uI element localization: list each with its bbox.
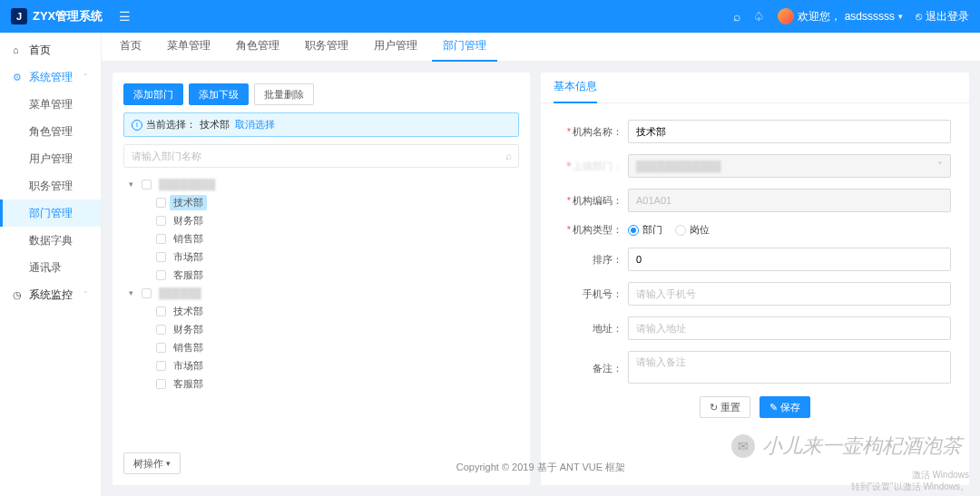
detail-tab-basic[interactable]: 基本信息 — [554, 73, 597, 103]
tree-item-label[interactable]: 技术部 — [170, 304, 207, 319]
tree-item-label[interactable]: 客服部 — [170, 376, 207, 392]
tree-item[interactable]: 销售部 — [123, 338, 519, 356]
sidebar-item-role[interactable]: 角色管理 — [0, 118, 101, 145]
sidebar-group-system[interactable]: ⚙ 系统管理 ˄ — [0, 63, 101, 91]
sidebar-item-label: 首页 — [29, 43, 51, 58]
label-org-type: *机构类型： — [559, 223, 622, 237]
save-button[interactable]: ✎保存 — [760, 396, 810, 418]
tree-checkbox[interactable] — [156, 379, 166, 389]
search-input[interactable] — [123, 144, 519, 168]
bell-icon[interactable]: ♤ — [753, 9, 765, 24]
tree-item[interactable]: 市场部 — [123, 356, 519, 374]
tab-role[interactable]: 角色管理 — [225, 33, 290, 62]
caret-down-icon[interactable]: ▾ — [129, 288, 138, 297]
tree-checkbox[interactable] — [156, 306, 166, 316]
sidebar-item-home[interactable]: ⌂ 首页 — [0, 36, 101, 63]
caret-down-icon[interactable]: ▾ — [129, 180, 138, 189]
radio-dept[interactable]: 部门 — [628, 223, 662, 237]
sidebar-item-label: 角色管理 — [29, 124, 73, 140]
tree-item[interactable]: 客服部 — [123, 266, 519, 284]
address-field[interactable] — [628, 316, 951, 340]
parent-select[interactable]: ████████████ ˅ — [628, 154, 951, 178]
tree-item[interactable]: 技术部 — [123, 193, 519, 211]
tree-checkbox[interactable] — [156, 325, 166, 335]
sidebar-item-label: 数据字典 — [29, 233, 73, 248]
activate-line2: 转到"设置"以激活 Windows。 — [851, 481, 969, 492]
sidebar-group-monitor[interactable]: ◷ 系统监控 ˅ — [0, 281, 101, 308]
tree-item[interactable]: 技术部 — [123, 302, 519, 320]
chevron-down-icon: ˅ — [937, 160, 943, 172]
tab-dept[interactable]: 部门管理 — [432, 33, 497, 62]
sort-field[interactable] — [628, 248, 951, 271]
tree-item-label[interactable]: 销售部 — [170, 231, 207, 247]
tree-checkbox[interactable] — [156, 270, 166, 280]
dept-form: *机构名称： *上级部门： ████████████ ˅ *机 — [541, 103, 969, 427]
sidebar-item-label: 通讯录 — [29, 260, 62, 276]
remark-field[interactable] — [628, 351, 951, 384]
tree-checkbox[interactable] — [156, 361, 166, 371]
sidebar-item-dept[interactable]: 部门管理 — [0, 199, 101, 227]
sidebar-item-menu[interactable]: 菜单管理 — [0, 91, 101, 118]
sidebar-item-label: 用户管理 — [29, 151, 73, 167]
batch-delete-button[interactable]: 批量删除 — [254, 83, 314, 105]
tree-checkbox[interactable] — [142, 288, 152, 298]
tree-item-label[interactable]: 技术部 — [170, 195, 207, 210]
reset-button[interactable]: ↻重置 — [700, 396, 750, 418]
footer-copyright: Copyright © 2019 基于 ANT VUE 框架 — [102, 461, 980, 474]
tree-item[interactable]: 财务部 — [123, 320, 519, 338]
tree-item[interactable]: 市场部 — [123, 248, 519, 266]
tree-checkbox[interactable] — [156, 343, 166, 353]
tree-root-label[interactable]: ████████ — [155, 178, 219, 190]
tree-item-label[interactable]: 财务部 — [170, 322, 207, 337]
radio-position[interactable]: 岗位 — [675, 223, 710, 237]
app-header: J ZYX管理系统 ☰ ⌕ ♤ 欢迎您， asdssssss ▾ ⎋ 退出登录 — [0, 0, 980, 33]
phone-field[interactable] — [628, 282, 951, 306]
search-icon[interactable]: ⌕ — [505, 150, 512, 162]
sidebar-item-label: 菜单管理 — [29, 97, 73, 112]
add-dept-button[interactable]: 添加部门 — [123, 83, 183, 105]
sidebar-item-position[interactable]: 职务管理 — [0, 172, 101, 199]
detail-tabs: 基本信息 — [541, 73, 969, 103]
label-parent: *上级部门： — [559, 160, 622, 173]
tree-checkbox[interactable] — [156, 252, 166, 262]
clear-selection-link[interactable]: 取消选择 — [235, 118, 275, 131]
tree-root-1[interactable]: ▾ ████████ — [123, 175, 519, 193]
tree-checkbox[interactable] — [142, 180, 152, 190]
tab-position[interactable]: 职务管理 — [294, 33, 359, 62]
tab-user[interactable]: 用户管理 — [363, 33, 428, 62]
tree-item-label[interactable]: 财务部 — [170, 213, 207, 229]
org-name-field[interactable] — [628, 120, 951, 143]
welcome-user[interactable]: 欢迎您， asdssssss ▾ — [778, 8, 903, 24]
search-icon[interactable]: ⌕ — [733, 9, 740, 24]
tab-home[interactable]: 首页 — [109, 33, 152, 62]
tree-item-label[interactable]: 市场部 — [170, 358, 207, 374]
tree-item-label[interactable]: 销售部 — [170, 340, 207, 355]
app-title: ZYX管理系统 — [33, 8, 103, 24]
tree-toolbar: 添加部门 添加下级 批量删除 — [123, 83, 519, 105]
sidebar-item-contacts[interactable]: 通讯录 — [0, 254, 101, 281]
reload-icon: ↻ — [710, 402, 718, 413]
tree-checkbox[interactable] — [156, 198, 166, 208]
sidebar-item-user[interactable]: 用户管理 — [0, 145, 101, 172]
tree-item-label[interactable]: 客服部 — [170, 267, 207, 283]
tab-menu[interactable]: 菜单管理 — [156, 33, 221, 62]
tree-item[interactable]: 财务部 — [123, 211, 519, 229]
add-sub-button[interactable]: 添加下级 — [189, 83, 249, 105]
logout-link[interactable]: ⎋ 退出登录 — [916, 9, 969, 24]
sidebar-collapse-icon[interactable]: ☰ — [119, 9, 131, 24]
tree-item[interactable]: 销售部 — [123, 229, 519, 248]
tree-root-2[interactable]: ▾ ██████ — [123, 284, 519, 302]
sidebar-item-label: 职务管理 — [29, 179, 73, 194]
logo-badge: J — [11, 8, 27, 24]
gear-icon: ⚙ — [13, 72, 24, 83]
tree-item-label[interactable]: 市场部 — [170, 249, 207, 265]
tab-label: 用户管理 — [374, 38, 417, 53]
label-address: 地址： — [559, 322, 622, 336]
tree-item[interactable]: 客服部 — [123, 374, 519, 393]
tree-checkbox[interactable] — [156, 234, 166, 244]
sidebar-item-dict[interactable]: 数据字典 — [0, 227, 101, 254]
tree-checkbox[interactable] — [156, 216, 166, 226]
chevron-down-icon: ˅ — [83, 290, 88, 299]
tree-root-label[interactable]: ██████ — [155, 287, 205, 299]
form-actions: ↻重置 ✎保存 — [559, 396, 951, 418]
